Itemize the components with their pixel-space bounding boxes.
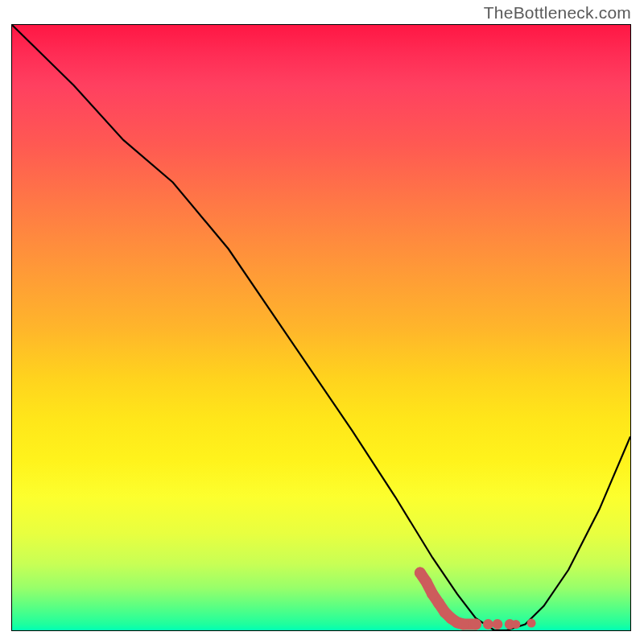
bottleneck-curve: [12, 25, 630, 630]
plot-area: [11, 24, 631, 631]
svg-point-0: [415, 568, 426, 579]
svg-point-9: [483, 619, 493, 630]
svg-point-11: [505, 619, 515, 630]
watermark-text: TheBottleneck.com: [484, 3, 631, 23]
chart-svg: [12, 25, 630, 630]
svg-point-8: [470, 619, 481, 630]
svg-point-3: [433, 597, 444, 609]
svg-point-10: [492, 619, 502, 630]
svg-point-4: [440, 606, 451, 617]
svg-point-5: [445, 613, 456, 624]
svg-point-13: [527, 619, 536, 628]
recommended-range-markers: [415, 568, 536, 630]
svg-point-12: [511, 620, 520, 629]
svg-point-6: [452, 617, 463, 628]
svg-point-2: [427, 588, 438, 600]
svg-point-7: [458, 619, 469, 630]
svg-point-1: [421, 576, 432, 588]
